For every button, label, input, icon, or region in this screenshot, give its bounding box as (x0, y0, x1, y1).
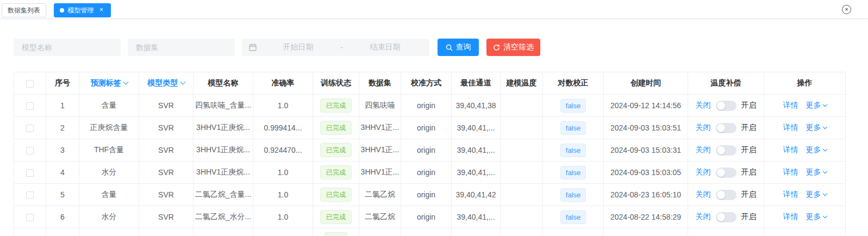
cell-calibration: origin (401, 162, 452, 184)
cell-best-channels: 39,40,41,... (452, 162, 501, 184)
more-link[interactable]: 更多 (806, 190, 821, 198)
detail-link[interactable]: 详情 (783, 145, 798, 154)
cell-created-at: 2024-09-12 14:14:56 (604, 95, 688, 117)
row-checkbox[interactable] (26, 214, 34, 221)
detail-link[interactable]: 详情 (783, 101, 798, 109)
toggle-on-label[interactable]: 开启 (741, 190, 757, 200)
train-status-badge: 已完成 (320, 188, 352, 202)
more-link[interactable]: 更多 (806, 101, 821, 109)
tab-close-icon[interactable]: × (97, 7, 105, 14)
detail-link[interactable]: 详情 (783, 123, 798, 132)
cell-calibration: origin (401, 117, 452, 139)
cell-model-name: 二氯乙烷_含量... (193, 184, 253, 206)
cell-calibration: origin (401, 139, 452, 162)
log-correction-badge: false (560, 121, 586, 135)
cell-accuracy: 1.0 (253, 95, 313, 117)
date-range-picker[interactable]: 开始日期 - 结束日期 (242, 39, 429, 56)
temp-compensation-toggle[interactable] (716, 145, 736, 156)
row-checkbox[interactable] (26, 169, 34, 177)
toggle-off-label[interactable]: 关闭 (696, 145, 711, 155)
cell-predict-label: 含量 (79, 95, 139, 117)
header-model-type-sort[interactable]: 模型类型 (139, 72, 193, 95)
cell-created-at: 2024-08-23 16:05:10 (604, 184, 688, 206)
tab-bar: 数据集列表 模型管理 × × (0, 0, 868, 19)
cell-created-at: 2024-09-03 15:03:31 (604, 139, 688, 162)
more-link[interactable]: 更多 (806, 145, 821, 154)
more-link[interactable]: 更多 (806, 212, 821, 221)
close-all-tabs-icon[interactable]: × (842, 5, 851, 14)
start-date-placeholder[interactable]: 开始日期 (260, 42, 336, 52)
calendar-icon (248, 43, 257, 52)
query-button[interactable]: 查询 (438, 39, 479, 56)
toggle-on-label[interactable]: 开启 (741, 101, 757, 110)
tab-label: 数据集列表 (8, 6, 40, 15)
toggle-off-label[interactable]: 关闭 (696, 101, 711, 110)
header-select-all (14, 72, 46, 95)
tab-dataset-list[interactable]: 数据集列表 (2, 3, 46, 17)
cell-model-temp (501, 117, 543, 139)
tab-model-management[interactable]: 模型管理 × (54, 3, 111, 17)
header-accuracy: 准确率 (253, 72, 313, 95)
toggle-on-label[interactable]: 开启 (741, 145, 757, 155)
train-status-badge: 已完成 (320, 98, 352, 113)
toggle-off-label[interactable]: 关闭 (696, 212, 711, 222)
log-correction-badge: false (560, 210, 586, 224)
cell-best-channels: 39,40,41,... (452, 139, 501, 162)
temp-compensation-toggle[interactable] (716, 123, 736, 133)
temp-compensation-toggle[interactable] (716, 190, 736, 200)
cell-no: 5 (46, 184, 79, 206)
clear-filters-button[interactable]: 清空筛选 (486, 39, 540, 56)
filter-bar: 开始日期 - 结束日期 查询 清空筛选 (14, 39, 868, 56)
toggle-knob (717, 191, 725, 199)
cell-accuracy: 0.924470... (253, 139, 313, 162)
temp-compensation-toggle[interactable] (716, 167, 736, 178)
detail-link[interactable]: 详情 (783, 190, 798, 198)
select-all-checkbox[interactable] (26, 80, 34, 88)
more-link[interactable]: 更多 (806, 123, 821, 132)
detail-link[interactable]: 详情 (783, 167, 798, 176)
dataset-input[interactable] (128, 39, 235, 56)
detail-link[interactable]: 详情 (783, 212, 798, 221)
header-predict-label-sort[interactable]: 预测标签 (79, 72, 139, 95)
row-checkbox[interactable] (26, 125, 34, 132)
row-checkbox[interactable] (26, 102, 34, 110)
model-name-input[interactable] (14, 39, 121, 56)
cell-dataset: 3HHV1正... (359, 117, 401, 139)
cell-model-name: 3HHV1正庚烷... (193, 117, 253, 139)
cell-model-type: SVR (139, 184, 193, 206)
cell-dataset: 二氯乙烷 (359, 184, 401, 206)
cell-calibration: origin (401, 184, 452, 206)
toggle-on-label[interactable]: 开启 (741, 123, 757, 133)
toggle-on-label[interactable]: 开启 (741, 212, 757, 222)
more-link[interactable]: 更多 (806, 167, 821, 176)
cell-model-type: SVR (139, 206, 193, 228)
toggle-off-label[interactable]: 关闭 (696, 167, 711, 177)
toggle-knob (717, 124, 725, 132)
header-train-status: 训练状态 (313, 72, 359, 95)
chevron-down-icon (180, 79, 185, 85)
row-checkbox[interactable] (26, 191, 34, 199)
table-row: 4 水分 SVR 3HHV1正庚烷... 1.0 已完成 3HHV1正... o… (14, 162, 846, 184)
toggle-on-label[interactable]: 开启 (741, 167, 757, 177)
end-date-placeholder[interactable]: 结束日期 (347, 42, 423, 52)
table-header-row: 序号 预测标签 模型类型 模型名称 准确率 训练状态 数据集 校准方式 最佳通道… (14, 72, 846, 95)
header-dataset: 数据集 (359, 72, 401, 95)
toggle-off-label[interactable]: 关闭 (696, 190, 711, 200)
cell-model-type: SVR (139, 139, 193, 162)
log-correction-badge: false (560, 99, 586, 113)
header-temp-compensation: 温度补偿 (688, 72, 764, 95)
temp-compensation-toggle[interactable] (716, 212, 736, 222)
toggle-knob (717, 102, 725, 110)
cell-created-at: 2024-09-03 15:03:51 (604, 117, 688, 139)
cell-model-type: SVR (139, 162, 193, 184)
chevron-down-icon (822, 147, 827, 151)
cell-model-temp (501, 162, 543, 184)
temp-compensation-toggle[interactable] (716, 101, 736, 111)
cell-model-name: 3HHV1正庚烷... (193, 162, 253, 184)
toggle-off-label[interactable]: 关闭 (696, 123, 711, 133)
row-checkbox[interactable] (26, 147, 34, 154)
toggle-knob (717, 169, 725, 177)
cell-no: 1 (46, 95, 79, 117)
cell-accuracy: 1.0 (253, 184, 313, 206)
chevron-down-icon (822, 169, 827, 173)
